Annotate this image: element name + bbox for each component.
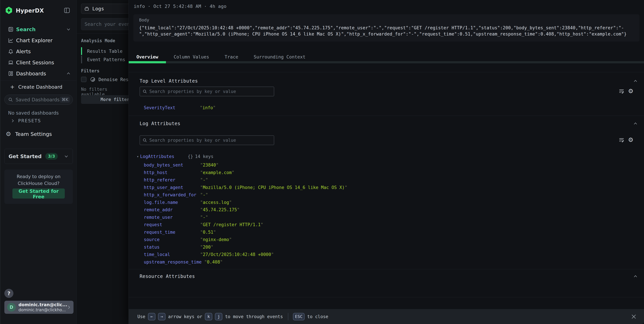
mode-results-table[interactable]: Results Table	[81, 47, 128, 55]
saved-dashboards-input[interactable]	[16, 97, 60, 103]
sidebar-item-dashboards[interactable]: Dashboards	[0, 68, 76, 79]
attribute-value[interactable]: "0.51"	[200, 229, 216, 235]
get-started-free-button[interactable]: Get Started for Free	[12, 188, 65, 198]
sidebar: HyperDX Search Chart Explorer Alerts Cli…	[0, 0, 77, 324]
more-filters-button[interactable]: More filters	[81, 95, 128, 104]
property-search-box[interactable]	[140, 135, 274, 145]
sidebar-item-alerts[interactable]: Alerts	[0, 46, 76, 57]
sidebar-item-label: Dashboards	[16, 71, 46, 77]
attribute-row: body_bytes_sent "23840"	[144, 161, 347, 169]
attribute-value[interactable]: "example.com"	[200, 169, 234, 175]
attribute-value[interactable]: "200"	[200, 244, 213, 250]
tab-trace[interactable]: Trace	[217, 50, 246, 63]
sidebar-item-label: Alerts	[16, 49, 31, 54]
gear-icon: ⚙	[6, 131, 11, 137]
detail-tabs: Overview Column Values Trace Surrounding…	[129, 50, 644, 63]
event-search-input[interactable]	[84, 21, 128, 27]
attribute-key[interactable]: upstream_response_time	[144, 259, 202, 265]
attribute-key[interactable]: http_user_agent	[144, 184, 198, 190]
property-search-input[interactable]	[149, 138, 271, 143]
create-dashboard-button[interactable]: + Create Dashboard	[10, 84, 62, 90]
analysis-mode-label: Analysis Mode	[81, 38, 115, 43]
wrap-lines-icon[interactable]	[619, 88, 624, 94]
tab-column-values[interactable]: Column Values	[166, 50, 217, 63]
collapse-sidebar-icon[interactable]	[64, 8, 70, 13]
chevron-down-icon[interactable]	[66, 27, 71, 32]
user-name: dominic.tran@clic...	[18, 302, 67, 307]
brand-row: HyperDX	[0, 6, 76, 15]
attribute-key[interactable]: source	[144, 237, 198, 243]
tab-surrounding-context[interactable]: Surrounding Context	[246, 50, 313, 63]
mode-label: Results Table	[87, 49, 122, 54]
user-email: dominic.tran@clickho...	[18, 308, 67, 312]
attribute-value[interactable]: "-"	[200, 192, 208, 198]
denoise-label: Denoise Results	[98, 77, 128, 82]
team-settings-button[interactable]: ⚙ Team Settings	[6, 131, 52, 137]
attribute-key[interactable]: log.file.name	[144, 199, 198, 205]
attribute-key[interactable]: request	[144, 222, 198, 228]
property-search-input[interactable]	[149, 89, 271, 94]
attribute-value[interactable]: "0.408"	[204, 259, 223, 265]
gear-icon[interactable]: ⚙	[628, 137, 634, 143]
source-select[interactable]: Logs	[81, 4, 128, 14]
promo-text-line1: Ready to deploy on	[4, 169, 73, 179]
attribute-key[interactable]: time_local	[144, 251, 198, 258]
section-tools: ⚙	[619, 88, 634, 94]
close-icon[interactable]	[631, 314, 636, 320]
attribute-key[interactable]: remote_user	[144, 214, 198, 220]
attribute-key[interactable]: SeverityText	[144, 105, 197, 111]
property-search-box[interactable]	[140, 87, 274, 96]
j-key[interactable]: j	[215, 313, 222, 320]
k-key[interactable]: k	[205, 313, 212, 320]
hint-text: to close	[307, 314, 328, 319]
attribute-row: http_host "example.com"	[144, 169, 347, 176]
attribute-value[interactable]: "info"	[200, 105, 216, 111]
attribute-value[interactable]: "27/Oct/2025:10:42:48 +0000"	[200, 251, 274, 258]
get-started-panel[interactable]: Get Started 3/3	[4, 149, 73, 164]
attribute-key[interactable]: http_x_forwarded_for	[144, 192, 198, 198]
arrow-right-key[interactable]: →	[158, 313, 166, 320]
chevron-up-icon[interactable]	[66, 71, 71, 76]
help-button[interactable]: ?	[4, 289, 14, 298]
attribute-key[interactable]: remote_addr	[144, 207, 198, 213]
attribute-value[interactable]: "access.log"	[200, 199, 232, 205]
attribute-value[interactable]: "-"	[200, 214, 208, 220]
attribute-value[interactable]: "45.74.225.175"	[200, 207, 240, 213]
mode-event-patterns[interactable]: Event Patterns	[81, 56, 128, 63]
attribute-row: source "nginx-demo"	[144, 236, 347, 243]
keyboard-hints-bar: Use ← → arrow keys or k j to move throug…	[129, 309, 644, 324]
tree-label[interactable]: LogAttributes	[140, 154, 188, 159]
log-attributes-tree-toggle[interactable]: ▾ LogAttributes {} 14 keys	[137, 154, 214, 159]
esc-key[interactable]: ESC	[293, 313, 304, 320]
presets-toggle[interactable]: PRESETS	[11, 118, 41, 123]
attribute-value[interactable]: "Mozilla/5.0 (iPhone; CPU iPhone OS 14_6…	[200, 184, 347, 190]
gear-icon[interactable]: ⚙	[628, 88, 634, 94]
attribute-key[interactable]: http_referer	[144, 177, 198, 183]
saved-dashboards-search[interactable]: ⌘K	[4, 95, 73, 105]
chevron-up-icon[interactable]	[633, 121, 638, 126]
sidebar-item-chart-explorer[interactable]: Chart Explorer	[0, 35, 76, 46]
denoise-checkbox[interactable]	[81, 77, 86, 82]
attribute-value[interactable]: "23840"	[200, 162, 219, 168]
section-resource-attributes: Resource Attributes	[129, 269, 644, 297]
attribute-key[interactable]: http_host	[144, 169, 198, 175]
attribute-key[interactable]: request_time	[144, 229, 198, 235]
attribute-value[interactable]: "-"	[200, 177, 208, 183]
wrap-lines-icon[interactable]	[619, 137, 624, 143]
chevron-up-icon[interactable]	[633, 79, 638, 84]
user-profile-card[interactable]: D dominic.tran@clic... dominic.tran@clic…	[4, 301, 74, 314]
tab-overview[interactable]: Overview	[129, 50, 166, 63]
dashboard-grid-icon	[8, 71, 14, 76]
mode-label: Event Patterns	[87, 57, 125, 62]
attribute-key[interactable]: body_bytes_sent	[144, 162, 198, 168]
denoise-results-toggle[interactable]: Denoise Results	[81, 77, 128, 82]
profile-text: dominic.tran@clic... dominic.tran@clickh…	[18, 302, 67, 312]
chevron-up-icon[interactable]	[633, 274, 638, 279]
arrow-left-key[interactable]: ←	[148, 313, 156, 320]
attribute-key[interactable]: status	[144, 244, 198, 250]
event-search-box[interactable]	[81, 18, 128, 30]
attribute-value[interactable]: "GET /register HTTP/1.1"	[200, 222, 263, 228]
attribute-value[interactable]: "nginx-demo"	[200, 237, 232, 243]
sidebar-item-search[interactable]: Search	[0, 24, 76, 35]
sidebar-item-client-sessions[interactable]: Client Sessions	[0, 57, 76, 68]
